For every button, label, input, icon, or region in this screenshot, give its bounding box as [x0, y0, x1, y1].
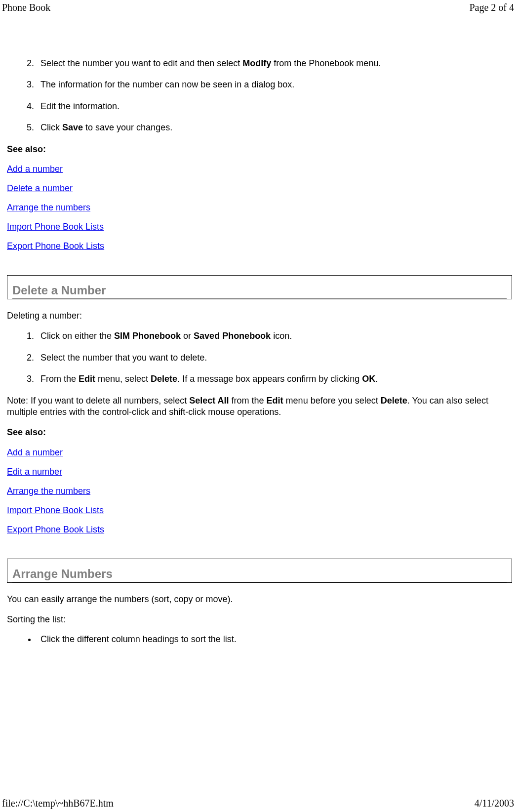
- list-item: Click on either the SIM Phonebook or Sav…: [37, 330, 512, 342]
- see-also-label: See also:: [7, 427, 512, 438]
- list-item: Select the number you want to edit and t…: [37, 58, 512, 69]
- link-export-lists[interactable]: Export Phone Book Lists: [7, 525, 104, 535]
- text: Select the number you want to edit and t…: [40, 58, 242, 68]
- list-item: The information for the number can now b…: [37, 79, 512, 90]
- section-heading: Delete a Number: [12, 284, 507, 299]
- list-item: Edit the information.: [37, 101, 512, 112]
- link-arrange-numbers[interactable]: Arrange the numbers: [7, 486, 90, 496]
- text: to save your changes.: [83, 122, 172, 132]
- bold-text: Select All: [189, 396, 229, 406]
- header-title: Phone Book: [2, 2, 50, 13]
- text: From the: [40, 374, 79, 384]
- text: icon.: [271, 331, 292, 341]
- text: or: [181, 331, 194, 341]
- footer-path: file://C:\temp\~hhB67E.htm: [2, 798, 114, 809]
- bold-text: Save: [62, 122, 83, 132]
- list-item: Click Save to save your changes.: [37, 122, 512, 133]
- bold-text: Saved Phonebook: [194, 331, 271, 341]
- link-add-number[interactable]: Add a number: [7, 164, 63, 174]
- section-arrange-numbers: Arrange Numbers: [7, 559, 512, 583]
- link-add-number[interactable]: Add a number: [7, 447, 63, 458]
- link-arrange-numbers[interactable]: Arrange the numbers: [7, 203, 90, 213]
- see-also-label: See also:: [7, 144, 512, 155]
- bold-text: Edit: [267, 396, 283, 406]
- arrange-intro: You can easily arrange the numbers (sort…: [7, 594, 512, 605]
- bold-text: Edit: [79, 374, 95, 384]
- bold-text: Delete: [151, 374, 177, 384]
- edit-steps-list: Select the number you want to edit and t…: [7, 58, 512, 134]
- delete-intro: Deleting a number:: [7, 310, 512, 322]
- text: menu, select: [95, 374, 151, 384]
- delete-note: Note: If you want to delete all numbers,…: [7, 395, 512, 418]
- text: from the Phonebook menu.: [271, 58, 381, 68]
- page-header: Phone Book Page 2 of 4: [0, 0, 519, 13]
- page-footer: file://C:\temp\~hhB67E.htm 4/11/2003: [2, 798, 514, 809]
- text: menu before you select: [283, 396, 381, 406]
- text: Click on either the: [40, 331, 114, 341]
- section-delete-number: Delete a Number: [7, 275, 512, 299]
- link-import-lists[interactable]: Import Phone Book Lists: [7, 222, 104, 232]
- sorting-bullets: Click the different column headings to s…: [7, 634, 512, 645]
- link-delete-number[interactable]: Delete a number: [7, 183, 73, 194]
- link-import-lists[interactable]: Import Phone Book Lists: [7, 505, 104, 516]
- bold-text: SIM Phonebook: [114, 331, 181, 341]
- link-export-lists[interactable]: Export Phone Book Lists: [7, 241, 104, 251]
- bold-text: Modify: [242, 58, 271, 68]
- text: . If a message box appears confirm by cl…: [177, 374, 362, 384]
- footer-date: 4/11/2003: [475, 798, 514, 809]
- sorting-label: Sorting the list:: [7, 614, 512, 625]
- text: Note: If you want to delete all numbers,…: [7, 396, 189, 406]
- delete-steps-list: Click on either the SIM Phonebook or Sav…: [7, 330, 512, 385]
- text: from the: [229, 396, 267, 406]
- header-page-info: Page 2 of 4: [469, 2, 514, 13]
- link-edit-number[interactable]: Edit a number: [7, 467, 62, 477]
- document-body: Select the number you want to edit and t…: [0, 13, 519, 645]
- section-heading: Arrange Numbers: [12, 567, 507, 582]
- text: Click: [40, 122, 62, 132]
- list-item: From the Edit menu, select Delete. If a …: [37, 373, 512, 385]
- text: .: [375, 374, 378, 384]
- list-item: Select the number that you want to delet…: [37, 352, 512, 364]
- bold-text: Delete: [381, 396, 407, 406]
- bold-text: OK: [362, 374, 375, 384]
- list-item: Click the different column headings to s…: [37, 634, 512, 645]
